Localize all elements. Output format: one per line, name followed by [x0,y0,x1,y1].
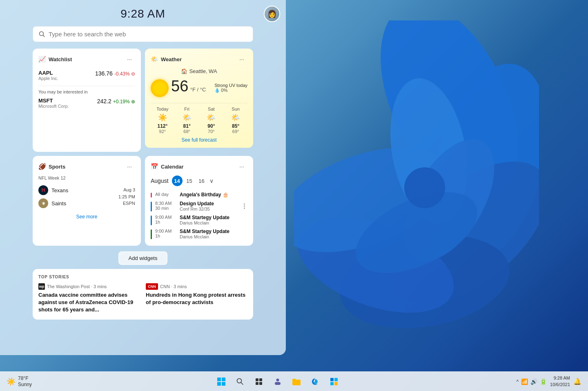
sports-icon: 🏈 [38,163,46,170]
forecast-today: Today ☀️ 112° 92° [151,107,174,134]
wp-source-name: The Washington Post · 3 mins [47,284,107,289]
event-bar-green [151,229,152,239]
calendar-event-sm2[interactable]: 9:00 AM1h S&M Startegy Update Darius Mcc… [151,227,247,241]
event-dots-menu [244,204,245,209]
see-full-forecast-link[interactable]: See full forecast [151,137,247,143]
calendar-event-sm1[interactable]: 9:00 AM1h S&M Startegy Update Darius Mcc… [151,213,247,227]
taskbar-clock[interactable]: 9:28 AM 10/6/2021 [550,375,570,388]
cal-date-15[interactable]: 15 [184,176,195,186]
story-cnn[interactable]: CNN CNN · 3 mins Hundreds in Hong Kong p… [146,283,247,314]
weather-more-button[interactable]: ··· [236,53,247,65]
widgets-panel: 9:28 AM 👩 🌤️ Weather ··· 🏠 Seattle, WA [0,0,286,355]
calendar-expand-icon[interactable]: ∨ [209,178,214,184]
taskbar-weather-icon: ☀️ [7,377,16,386]
event-bar-pink [151,193,152,198]
team-saints: ⚜ Saints [38,197,118,210]
svg-rect-15 [222,382,225,386]
story-source-wp: wp The Washington Post · 3 mins [38,283,140,290]
taskbar-edge-button[interactable] [308,374,323,389]
search-input[interactable] [49,31,247,38]
store-icon [330,378,338,386]
event-bar-blue-1 [151,202,152,211]
calendar-event-birthday[interactable]: All day Angela's Birthday 🎂 [151,190,247,199]
design-event-details: Design Update Conf Rm 32/35 [180,201,214,211]
calendar-more-button[interactable]: ··· [236,161,247,172]
sports-header: 🏈 Sports ··· [38,161,135,172]
watchlist-more-button[interactable]: ··· [124,53,135,65]
game-date: Aug 3 [118,187,135,193]
taskbar-search-button[interactable] [233,374,247,389]
texans-logo: H [38,185,48,195]
system-tray-icons: ^ 📶 🔊 🔋 [516,378,547,385]
svg-rect-23 [275,382,281,385]
add-widgets-row: Add widgets [0,251,286,265]
edge-icon [311,378,319,386]
svg-point-22 [276,378,279,381]
game-row: H Texans ⚜ Saints Aug 3 1:25 PM ESPN [38,184,135,210]
sm2-event-details: S&M Startegy Update Darius Mcclain [180,229,229,239]
svg-rect-28 [330,382,334,385]
taskbar: ☀️ 78°F Sunny [0,371,588,391]
weather-detail: Strong UV today 💧 0% [214,83,247,93]
profile-avatar[interactable]: 👩 [264,6,280,22]
saints-name: Saints [51,200,66,207]
battery-icon[interactable]: 🔋 [540,378,547,385]
taskbar-fileexplorer-button[interactable] [289,374,304,389]
nfl-week-label: NFL Week 12 [38,176,135,180]
forecast-fri: Fri 🌤️ 81° 68° [175,107,199,134]
search-bar[interactable] [33,26,253,42]
cal-date-14[interactable]: 14 [172,176,183,186]
birthday-event: All day Angela's Birthday 🎂 [151,190,242,199]
stock-aapl[interactable]: AAPL Apple Inc. 136.76 -0.43% ⊖ [38,68,135,82]
menu-dot [244,204,245,205]
texans-name: Texans [51,187,68,193]
story-washingtonpost[interactable]: wp The Washington Post · 3 mins Canada v… [38,283,140,314]
weather-temp-display: 56 °F / °C [151,78,206,97]
sports-more-button[interactable]: ··· [124,161,135,172]
svg-rect-26 [330,378,334,381]
volume-icon[interactable]: 🔊 [530,378,537,385]
weather-icon: 🌤️ [151,56,158,63]
cal-date-16[interactable]: 16 [196,176,207,186]
svg-rect-25 [292,379,296,381]
stock-msft[interactable]: MSFT Microsoft Corp. 242.2 +0.19% ⊕ [38,96,135,110]
add-widgets-button[interactable]: Add widgets [118,251,168,265]
sm1-event-details: S&M Startegy Update Darius Mcclain [180,215,229,225]
wifi-icon[interactable]: 📶 [521,378,528,385]
svg-rect-27 [334,378,338,381]
svg-point-9 [404,167,445,208]
taskbar-right: ^ 📶 🔊 🔋 9:28 AM 10/6/2021 🔔 [500,375,581,388]
calendar-title: 📅 Calendar [151,163,184,170]
taskview-icon [255,378,263,385]
watchlist-widget: 📈 Watchlist ··· AAPL Apple Inc. 136.76 -… [33,49,141,152]
saints-logo: ⚜ [38,198,48,208]
taskbar-temp: 78°F [18,375,32,381]
taskbar-teams-button[interactable] [270,374,285,389]
story-source-cnn: CNN CNN · 3 mins [146,283,247,290]
stock-msft-info: MSFT Microsoft Corp. [38,98,69,109]
notification-icon[interactable]: 🔔 [573,378,581,385]
top-stories-widget: TOP STORIES wp The Washington Post · 3 m… [33,269,253,320]
temperature-value: 56 °F / °C [171,78,206,94]
game-network: ESPN [118,200,135,207]
sm1-event: 9:00 AM1h S&M Startegy Update Darius Mcc… [151,213,242,227]
watchlist-title: 📈 Watchlist [38,56,72,63]
windows-start-button[interactable] [214,374,229,389]
forecast-sat: Sat 🌤️ 90° 70° [200,107,223,134]
svg-line-17 [241,382,243,384]
interested-label: You may be interested in [38,89,135,94]
sports-title: 🏈 Sports [38,163,65,170]
taskbar-store-button[interactable] [327,374,341,389]
weather-forecast: Today ☀️ 112° 92° Fri 🌤️ 81° 68° Sat 🌤️ … [151,103,247,134]
calendar-event-design[interactable]: 8:30 AM30 min Design Update Conf Rm 32/3… [151,199,247,213]
see-more-sports-link[interactable]: See more [38,214,135,220]
cnn-source-name: CNN · 3 mins [160,284,187,289]
taskbar-taskview-button[interactable] [252,374,266,389]
raindrop-icon: 💧 [214,88,220,93]
weather-widget: 🌤️ Weather ··· 🏠 Seattle, WA 56 °F / °C [145,49,253,148]
chevron-up-icon[interactable]: ^ [516,379,519,384]
game-info: Aug 3 1:25 PM ESPN [118,187,135,207]
forecast-sun: Sun 🌤️ 85° 69° [224,107,247,134]
watchlist-divider [38,86,135,86]
time-display: 9:28 AM [0,0,286,26]
